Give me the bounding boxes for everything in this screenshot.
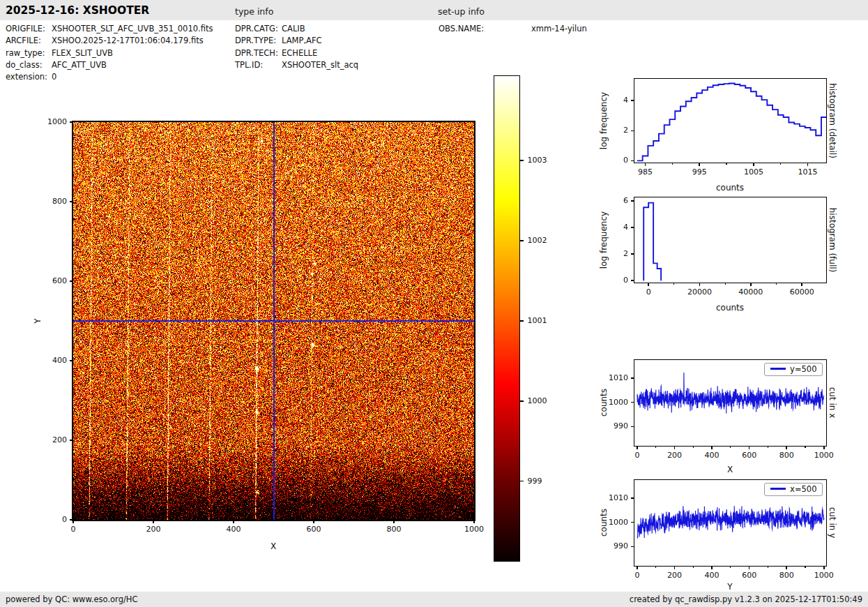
- cut-y-right-label: cut in y: [828, 507, 837, 539]
- x-tick-mark: [645, 163, 646, 166]
- x-tick-label: 20000: [687, 287, 712, 297]
- main-xaxis-label: X: [271, 541, 276, 551]
- colorbar-tick-mark: [520, 481, 524, 482]
- x-tick-label: 200: [146, 525, 161, 534]
- x-minor-tick-mark: [768, 566, 768, 568]
- y-tick-label: 990: [599, 541, 628, 550]
- y-tick-mark: [631, 160, 634, 162]
- x-tick-mark: [473, 520, 475, 523]
- colorbar-tick-label: 1002: [528, 236, 547, 245]
- colorbar-tick-mark: [520, 240, 524, 241]
- y-tick-mark: [70, 519, 73, 520]
- x-tick-mark: [823, 566, 825, 569]
- x-minor-tick-mark: [805, 566, 805, 568]
- x-tick-mark: [153, 520, 154, 523]
- x-tick-label: 400: [705, 571, 719, 580]
- y-tick-label: 4: [599, 96, 628, 105]
- x-tick-label: 400: [227, 525, 241, 534]
- x-tick-mark: [233, 520, 234, 523]
- y-tick-mark: [70, 280, 73, 282]
- colorbar-tick-label: 999: [528, 477, 542, 486]
- y-tick-label: 1000: [38, 117, 67, 126]
- x-tick-label: 40000: [738, 287, 763, 297]
- crosshair-horizontal-y500: [73, 320, 474, 322]
- x-tick-label: 200: [667, 451, 682, 460]
- legend-line-sample: [770, 368, 786, 370]
- file-info-label: ARCFILE:: [6, 36, 41, 45]
- x-tick-mark: [711, 566, 713, 569]
- file-info-value: 0: [52, 72, 56, 82]
- x-tick-label: 800: [779, 451, 794, 460]
- x-tick-mark: [674, 446, 676, 449]
- hist-full-ylabel: log frequency: [599, 211, 609, 269]
- cut-in-y-plot: x=500: [634, 479, 827, 567]
- x-minor-tick-mark: [725, 283, 726, 285]
- qc-report-page: 2025-12-16: XSHOOTER type info set-up in…: [0, 0, 868, 607]
- x-tick-mark: [749, 446, 750, 449]
- colorbar-tick-label: 1000: [528, 396, 547, 405]
- colorbar-tick-mark: [520, 400, 524, 402]
- y-tick-mark: [631, 522, 634, 523]
- type-info-label: TPL.ID:: [235, 60, 263, 70]
- x-minor-tick-mark: [726, 163, 726, 165]
- y-tick-mark: [70, 360, 73, 361]
- x-tick-label: 600: [742, 451, 756, 460]
- x-tick-mark: [823, 446, 825, 449]
- x-tick-mark: [648, 283, 649, 286]
- y-tick-mark: [631, 253, 634, 255]
- type-info-value: LAMP,AFC: [282, 36, 322, 45]
- y-tick-mark: [631, 130, 634, 132]
- y-tick-mark: [631, 426, 634, 428]
- file-info-value: AFC_ATT_UVB: [52, 60, 107, 70]
- x-tick-mark: [750, 283, 752, 286]
- y-tick-label: 200: [38, 435, 67, 444]
- type-info-value: XSHOOTER_slt_acq: [282, 60, 358, 70]
- x-tick-label: 1000: [814, 451, 834, 460]
- x-minor-tick-mark: [780, 163, 781, 165]
- y-tick-mark: [70, 440, 73, 441]
- section-heading-type-info: type info: [235, 6, 273, 17]
- file-info-label: extension:: [6, 72, 47, 82]
- y-tick-label: 0: [38, 515, 67, 524]
- y-tick-mark: [631, 100, 634, 101]
- x-minor-tick-mark: [673, 283, 674, 285]
- main-image-plot: [72, 121, 475, 521]
- x-tick-mark: [807, 163, 809, 166]
- colorbar-tick-label: 1001: [528, 316, 547, 325]
- x-tick-label: 0: [71, 525, 76, 534]
- x-tick-label: 995: [692, 167, 707, 177]
- y-tick-label: 0: [599, 156, 628, 165]
- footer-right-text: created by qc_rawdisp.py v1.2.3 on 2025-…: [630, 594, 862, 604]
- file-info-value: XSHOOTER_SLT_AFC_UVB_351_0010.fits: [52, 24, 213, 33]
- cut-in-x-plot: y=500: [634, 359, 827, 447]
- x-tick-label: 1015: [798, 167, 818, 177]
- cut-in-y-legend: x=500: [764, 483, 822, 496]
- cut-y-xlabel: Y: [727, 582, 732, 592]
- legend-label: y=500: [790, 364, 816, 374]
- x-minor-tick-mark: [655, 446, 656, 448]
- x-minor-tick-mark: [655, 566, 656, 568]
- x-tick-label: 800: [387, 525, 402, 534]
- x-tick-mark: [801, 283, 802, 286]
- histogram-full-curve: [634, 197, 826, 283]
- x-tick-label: 0: [635, 571, 640, 580]
- x-minor-tick-mark: [768, 446, 768, 448]
- y-tick-mark: [70, 201, 73, 202]
- colorbar-tick-mark: [520, 320, 524, 322]
- footer-left-text: powered by QC: www.eso.org/HC: [6, 594, 137, 604]
- histogram-full-plot: [634, 197, 827, 283]
- y-tick-label: 400: [38, 356, 67, 365]
- x-tick-label: 800: [779, 571, 794, 580]
- x-minor-tick-mark: [730, 446, 731, 448]
- x-tick-mark: [753, 163, 754, 166]
- y-tick-mark: [631, 402, 634, 403]
- hist-detail-xlabel: counts: [716, 183, 744, 193]
- x-minor-tick-mark: [776, 283, 777, 285]
- x-tick-label: 200: [667, 571, 682, 580]
- cut-in-x-legend: y=500: [764, 363, 822, 376]
- x-tick-label: 60000: [790, 287, 814, 297]
- file-info-label: do_class:: [6, 60, 43, 70]
- y-tick-label: 1010: [599, 493, 628, 502]
- x-tick-mark: [393, 520, 395, 523]
- x-tick-mark: [711, 446, 713, 449]
